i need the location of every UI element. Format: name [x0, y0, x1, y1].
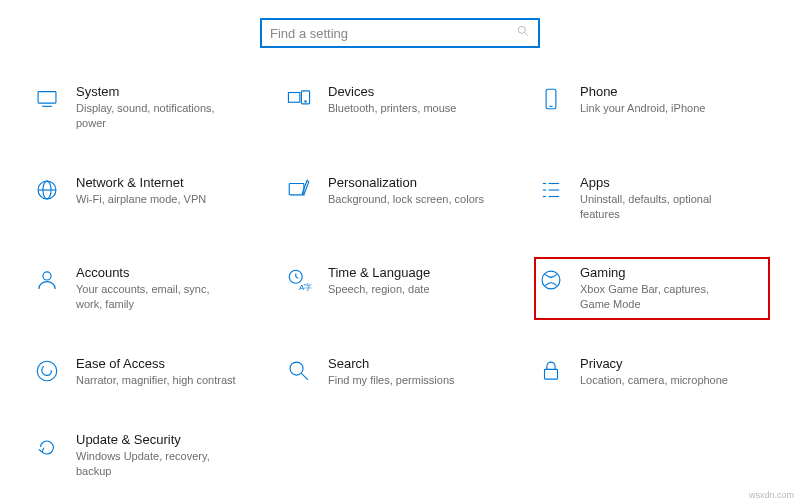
- tile-subtitle: Your accounts, email, sync, work, family: [76, 282, 236, 312]
- svg-point-19: [43, 272, 51, 280]
- globe-icon: [32, 175, 62, 205]
- tile-system[interactable]: System Display, sound, notifications, po…: [30, 76, 266, 139]
- tile-ease-of-access[interactable]: Ease of Access Narrator, magnifier, high…: [30, 348, 266, 396]
- tile-title: Privacy: [580, 356, 728, 371]
- svg-point-25: [37, 361, 57, 381]
- lock-icon: [536, 356, 566, 386]
- search-box[interactable]: [260, 18, 540, 48]
- ease-of-access-icon: [32, 356, 62, 386]
- tile-title: Ease of Access: [76, 356, 236, 371]
- svg-line-1: [525, 33, 528, 36]
- tile-subtitle: Display, sound, notifications, power: [76, 101, 236, 131]
- svg-point-24: [542, 271, 560, 289]
- tile-search[interactable]: Search Find my files, permissions: [282, 348, 518, 396]
- apps-icon: [536, 175, 566, 205]
- tile-title: Search: [328, 356, 455, 371]
- svg-point-0: [518, 26, 525, 33]
- svg-rect-30: [545, 369, 558, 379]
- tile-devices[interactable]: Devices Bluetooth, printers, mouse: [282, 76, 518, 139]
- tile-title: Devices: [328, 84, 456, 99]
- settings-grid: System Display, sound, notifications, po…: [0, 76, 800, 487]
- tile-subtitle: Narrator, magnifier, high contrast: [76, 373, 236, 388]
- search-bar-container: [0, 0, 800, 76]
- tile-phone[interactable]: Phone Link your Android, iPhone: [534, 76, 770, 139]
- tile-title: Phone: [580, 84, 705, 99]
- svg-point-28: [290, 362, 303, 375]
- tile-subtitle: Xbox Game Bar, captures, Game Mode: [580, 282, 740, 312]
- tile-subtitle: Find my files, permissions: [328, 373, 455, 388]
- tile-accounts[interactable]: Accounts Your accounts, email, sync, wor…: [30, 257, 266, 320]
- tile-subtitle: Uninstall, defaults, optional features: [580, 192, 740, 222]
- tile-title: Apps: [580, 175, 740, 190]
- tile-title: Personalization: [328, 175, 484, 190]
- svg-rect-4: [288, 93, 299, 103]
- person-icon: [32, 265, 62, 295]
- tile-personalization[interactable]: Personalization Background, lock screen,…: [282, 167, 518, 230]
- tile-title: System: [76, 84, 236, 99]
- tile-title: Gaming: [580, 265, 740, 280]
- tile-gaming[interactable]: Gaming Xbox Game Bar, captures, Game Mod…: [534, 257, 770, 320]
- tile-network[interactable]: Network & Internet Wi-Fi, airplane mode,…: [30, 167, 266, 230]
- tile-subtitle: Location, camera, microphone: [580, 373, 728, 388]
- tile-title: Accounts: [76, 265, 236, 280]
- tile-subtitle: Bluetooth, printers, mouse: [328, 101, 456, 116]
- tile-subtitle: Link your Android, iPhone: [580, 101, 705, 116]
- tile-time-language[interactable]: A字 Time & Language Speech, region, date: [282, 257, 518, 320]
- svg-point-6: [305, 101, 306, 102]
- svg-text:A字: A字: [299, 283, 312, 292]
- magnifier-icon: [284, 356, 314, 386]
- tile-update-security[interactable]: Update & Security Windows Update, recove…: [30, 424, 266, 487]
- update-icon: [32, 432, 62, 462]
- tile-apps[interactable]: Apps Uninstall, defaults, optional featu…: [534, 167, 770, 230]
- xbox-icon: [536, 265, 566, 295]
- phone-icon: [536, 84, 566, 114]
- tile-title: Update & Security: [76, 432, 236, 447]
- tile-subtitle: Windows Update, recovery, backup: [76, 449, 236, 479]
- search-icon: [516, 24, 530, 42]
- devices-icon: [284, 84, 314, 114]
- search-input[interactable]: [270, 26, 510, 41]
- svg-line-22: [296, 277, 298, 279]
- tile-privacy[interactable]: Privacy Location, camera, microphone: [534, 348, 770, 396]
- tile-title: Network & Internet: [76, 175, 206, 190]
- tile-title: Time & Language: [328, 265, 430, 280]
- source-watermark: wsxdn.com: [749, 490, 794, 500]
- paintbrush-icon: [284, 175, 314, 205]
- system-icon: [32, 84, 62, 114]
- tile-subtitle: Wi-Fi, airplane mode, VPN: [76, 192, 206, 207]
- tile-subtitle: Background, lock screen, colors: [328, 192, 484, 207]
- svg-line-29: [301, 374, 308, 381]
- svg-rect-2: [38, 92, 56, 103]
- tile-subtitle: Speech, region, date: [328, 282, 430, 297]
- time-language-icon: A字: [284, 265, 314, 295]
